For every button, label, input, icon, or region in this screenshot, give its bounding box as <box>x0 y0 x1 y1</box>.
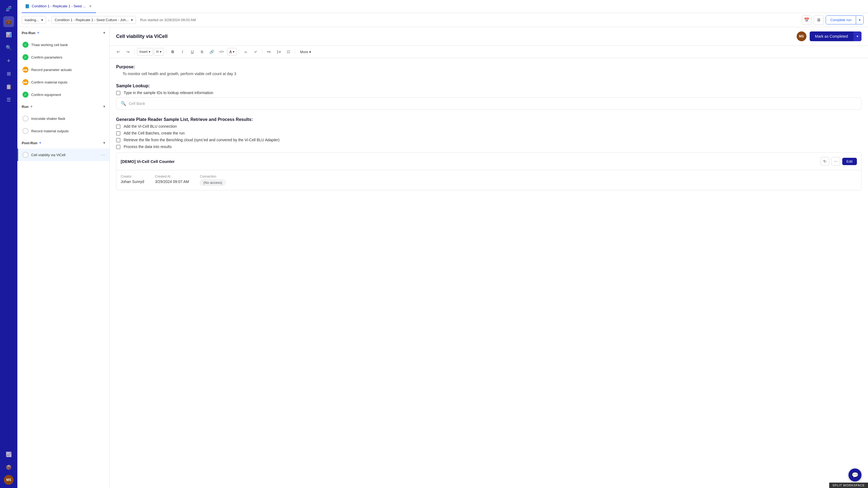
demo-card-body: Creator Johan Sunryd Created At 3/29/202… <box>116 170 861 190</box>
user-avatar-sidebar[interactable]: MS <box>4 475 13 485</box>
sample-lookup-section: Sample Lookup: Type in the sample IDs to… <box>116 84 862 109</box>
activity-icon[interactable]: 📊 <box>3 29 14 40</box>
step-content: Purpose: To monitor cell health and grow… <box>110 58 868 206</box>
step-inoculate[interactable]: Inoculate shaker flask <box>18 112 109 125</box>
bullet-list-button[interactable]: •≡ <box>265 48 273 56</box>
step-label-confirm-materials: Confirm material inputs <box>31 80 105 84</box>
complete-run-button-group: Complete run ▾ <box>826 15 864 24</box>
run-breadcrumb-chevron-icon: ▾ <box>131 18 133 22</box>
chat-button[interactable]: 💬 <box>848 468 862 482</box>
code-button[interactable]: </> <box>217 48 226 56</box>
step-confirm-equipment[interactable]: ✓ Confirm equipment <box>18 88 109 101</box>
logo-icon[interactable]: 🧬 <box>3 3 14 14</box>
created-at-label: Created At <box>155 174 189 178</box>
checklist-checkbox-0[interactable] <box>116 124 120 129</box>
run-add-button[interactable]: + <box>30 104 33 109</box>
demo-card-more-button[interactable]: ⋯ <box>831 157 840 166</box>
clipboard-icon[interactable]: 📋 <box>3 82 14 92</box>
post-run-collapse-icon[interactable]: ▾ <box>103 141 105 145</box>
insert-label: Insert <box>140 50 148 54</box>
step-record-outputs[interactable]: Record material outputs <box>18 125 109 137</box>
checklist-button[interactable]: ☑ <box>284 48 293 56</box>
subscript-button[interactable]: x₁ <box>241 48 250 56</box>
checklist-item-0: Add the Vi-Cell BLU connection <box>116 124 862 129</box>
demo-card-edit-button[interactable]: Edit <box>842 158 857 165</box>
insert-dropdown[interactable]: Insert ▾ <box>137 48 153 56</box>
schedule-icon-button[interactable]: 📅 <box>802 15 812 25</box>
chart-icon[interactable]: 📈 <box>3 449 14 460</box>
briefcase-icon[interactable]: 💼 <box>3 16 14 27</box>
step-more-icon[interactable]: ⋯ <box>101 152 105 158</box>
step-status-icon-cell-viability <box>23 152 29 158</box>
demo-card-refresh-button[interactable]: ↻ <box>820 157 829 166</box>
step-record-params[interactable]: ▶▶ Record parameter actuals <box>18 63 109 76</box>
purpose-heading: Purpose: <box>116 65 862 69</box>
run-collapse-icon[interactable]: ▾ <box>103 105 105 108</box>
editor-toolbar: ↩ ↪ Insert ▾ H ▾ B I U S 🔗 </> <box>110 46 868 58</box>
checklist-checkbox-2[interactable] <box>116 138 120 142</box>
toolbar-sep-5 <box>295 49 295 55</box>
underline-button[interactable]: U <box>188 48 197 56</box>
superscript-button[interactable]: x² <box>251 48 260 56</box>
complete-run-button[interactable]: Complete run <box>826 16 856 24</box>
step-label-thaw: Thaw working cell bank <box>31 43 105 47</box>
heading-dropdown[interactable]: H ▾ <box>154 48 164 56</box>
link-button[interactable]: 🔗 <box>208 48 216 56</box>
step-thaw-cell-bank[interactable]: ✓ Thaw working cell bank <box>18 38 109 51</box>
run-breadcrumb-dropdown[interactable]: Condition 1 - Replicate 1 - Seed Culture… <box>52 16 135 24</box>
text-color-dropdown[interactable]: A ▾ <box>227 48 237 56</box>
checklist-label-2: Retrieve the file from the Benchling clo… <box>124 138 279 142</box>
numbered-list-button[interactable]: 1≡ <box>274 48 283 56</box>
monitor-icon-button[interactable]: 🖥 <box>814 15 824 25</box>
search-sidebar-icon[interactable]: 🔍 <box>3 42 14 53</box>
grid-icon[interactable]: ⊞ <box>3 68 14 79</box>
created-at-col: Created At 3/29/2024 09:07 AM <box>155 174 189 186</box>
pre-run-collapse-icon[interactable]: ▾ <box>103 31 105 35</box>
bold-button[interactable]: B <box>168 48 177 56</box>
sample-lookup-checkbox-label: Type in the sample IDs to lookup relevan… <box>124 91 213 95</box>
complete-run-dropdown-button[interactable]: ▾ <box>856 16 863 24</box>
step-status-icon-thaw: ✓ <box>23 42 29 48</box>
content-area: Pre-Run + ▾ ✓ Thaw working cell bank ✓ C… <box>18 27 868 488</box>
post-run-section-header: Post-Run + ▾ <box>18 137 109 149</box>
creator-col: Creator Johan Sunryd <box>121 174 144 186</box>
toolbar-sep-3 <box>239 49 239 55</box>
checklist-checkbox-1[interactable] <box>116 131 120 135</box>
split-workspace-bar[interactable]: SPLIT WORKSPACE <box>829 483 868 488</box>
step-confirm-materials[interactable]: ▶▶ Confirm material inputs <box>18 76 109 88</box>
list-icon[interactable]: ☰ <box>3 94 14 105</box>
redo-button[interactable]: ↪ <box>124 48 132 56</box>
strikethrough-button[interactable]: S <box>198 48 207 56</box>
sample-lookup-checkbox[interactable] <box>116 91 120 95</box>
undo-button[interactable]: ↩ <box>114 48 123 56</box>
step-confirm-params[interactable]: ✓ Confirm parameters <box>18 51 109 63</box>
package-icon[interactable]: 📦 <box>3 462 14 473</box>
checklist-checkbox-3[interactable] <box>116 145 120 149</box>
mark-completed-button[interactable]: Mark as Completed <box>810 31 854 41</box>
tab-bar: 📘 Condition 1 - Replicate 1 - Seed ... ✕ <box>18 0 868 13</box>
plus-sidebar-icon[interactable]: + <box>3 55 14 66</box>
post-run-add-button[interactable]: + <box>39 140 41 145</box>
heading-chevron-icon: ▾ <box>160 50 161 54</box>
more-button[interactable]: More ▾ <box>297 48 314 56</box>
cell-bank-search-box[interactable]: 🔍 Cell Bank <box>116 97 862 109</box>
generate-heading: Generate Plate Reader Sample List, Retri… <box>116 117 862 122</box>
step-label-inoculate: Inoculate shaker flask <box>31 117 105 121</box>
active-tab[interactable]: 📘 Condition 1 - Replicate 1 - Seed ... ✕ <box>22 0 96 13</box>
tab-close-button[interactable]: ✕ <box>88 4 93 9</box>
step-status-icon-confirm-materials: ▶▶ <box>23 79 29 85</box>
mark-completed-dropdown-button[interactable]: ▾ <box>854 31 862 41</box>
step-status-icon-record-params: ▶▶ <box>23 67 29 73</box>
step-cell-viability[interactable]: Cell viability via ViCell ⋯ <box>18 149 109 161</box>
checklist-item-1: Add the Cell Batches, create the run <box>116 131 862 135</box>
checklist-item-2: Retrieve the file from the Benchling clo… <box>116 138 862 142</box>
pre-run-add-button[interactable]: + <box>37 30 40 35</box>
step-label-confirm-params: Confirm parameters <box>31 55 105 59</box>
search-box-placeholder: Cell Bank <box>129 101 145 106</box>
italic-button[interactable]: I <box>178 48 187 56</box>
loading-dropdown[interactable]: loading... ▾ <box>22 16 46 24</box>
tab-doc-icon: 📘 <box>25 4 30 8</box>
demo-card: [DEMO] Vi-Cell Cell Counter ↻ ⋯ Edit Cre… <box>116 152 862 190</box>
toolbar-sep-1 <box>134 49 135 55</box>
checklist-label-3: Process the data into results <box>124 144 172 149</box>
